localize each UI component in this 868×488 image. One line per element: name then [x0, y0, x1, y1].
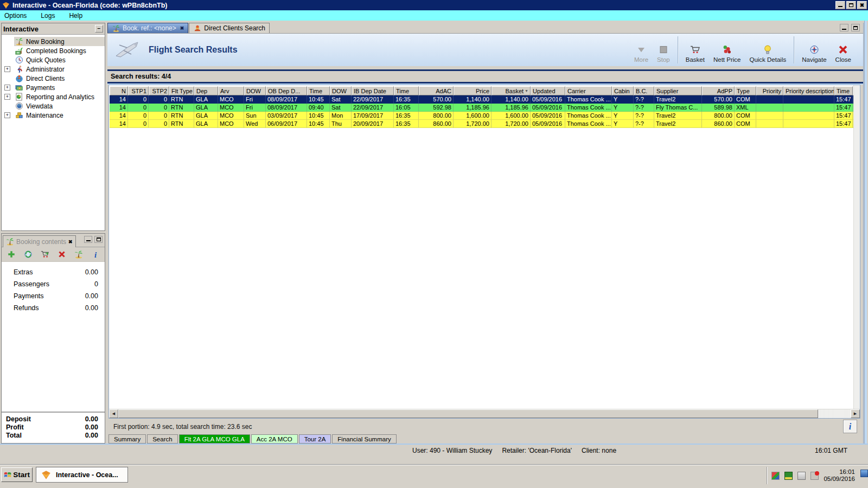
- expand-plus-icon[interactable]: +: [4, 85, 10, 91]
- column-header-adac[interactable]: AdAC: [419, 86, 454, 95]
- palm-tree-button[interactable]: [73, 249, 84, 260]
- info-button[interactable]: i: [90, 249, 101, 260]
- collapse-panel-button[interactable]: −: [95, 25, 103, 33]
- column-header-dep[interactable]: Dep: [194, 86, 218, 95]
- panel-maximize-button[interactable]: [94, 236, 103, 243]
- close-panel-tab-icon[interactable]: ✖: [68, 239, 73, 245]
- panel-minimize-button[interactable]: [84, 236, 92, 243]
- result-row[interactable]: 1400RTNGLAMCOFri08/09/201709:40Sat22/09/…: [110, 104, 859, 112]
- result-row[interactable]: 1400RTNGLAMCOFri08/09/201710:45Sat22/09/…: [110, 95, 859, 104]
- column-header-type[interactable]: Type: [735, 86, 756, 95]
- expand-plus-icon[interactable]: +: [4, 66, 10, 72]
- basket-button[interactable]: Basket: [681, 36, 709, 63]
- sidebar-item-new-booking[interactable]: New Booking: [2, 37, 105, 46]
- volume-muted-tray-icon[interactable]: [810, 472, 819, 480]
- bottom-tab-flt-2a-gla-mco-gla[interactable]: Flt 2A GLA MCO GLA: [179, 434, 250, 444]
- column-header-basket[interactable]: Basket▼: [492, 86, 531, 95]
- column-header-stp2[interactable]: STP2: [149, 86, 169, 95]
- refresh-button[interactable]: [23, 249, 34, 260]
- column-header-carrier[interactable]: Carrier: [565, 86, 612, 95]
- bottom-tab-financial-summary[interactable]: Financial Summary: [332, 434, 396, 444]
- navigate-button[interactable]: Navigate: [797, 36, 831, 63]
- column-header-flt-type[interactable]: Flt Type: [169, 86, 194, 95]
- sidebar-item-direct-clients[interactable]: Direct Clients: [2, 74, 105, 83]
- network-tray-icon[interactable]: [784, 472, 793, 480]
- expand-plus-icon[interactable]: +: [4, 112, 10, 118]
- menu-logs[interactable]: Logs: [41, 12, 55, 20]
- column-header-time[interactable]: Time: [394, 86, 419, 95]
- scrollbar-thumb[interactable]: [118, 409, 818, 418]
- bottom-tab-summary[interactable]: Summary: [108, 434, 146, 444]
- table-cell: MCO: [218, 112, 244, 120]
- table-cell: 860.00: [419, 120, 454, 128]
- expand-plus-icon[interactable]: +: [4, 94, 10, 100]
- column-header-b-c[interactable]: B.C.: [634, 86, 654, 95]
- column-header-priority-description[interactable]: Priority description: [783, 86, 834, 95]
- mdi-minimize-button[interactable]: [840, 24, 848, 31]
- sidebar-item-payments[interactable]: +Payments: [2, 83, 105, 92]
- close-button[interactable]: Close: [831, 36, 856, 63]
- column-header-ib-dep-date[interactable]: IB Dep Date: [352, 86, 394, 95]
- sidebar-item-quick-quotes[interactable]: Quick Quotes: [2, 55, 105, 65]
- table-cell: [783, 112, 834, 120]
- column-header-label: Supplier: [656, 88, 678, 94]
- app-window: Interactive - Ocean-Florida (code: wPBn8…: [0, 0, 868, 488]
- hardware-tray-icon[interactable]: [797, 472, 806, 480]
- taskbar-app-button[interactable]: Interactive - Ocea...: [36, 467, 128, 483]
- tab-close-icon[interactable]: ✖: [180, 25, 184, 31]
- column-header-dow[interactable]: DOW: [330, 86, 352, 95]
- menu-options[interactable]: Options: [4, 12, 27, 20]
- column-header-arv[interactable]: Arv: [218, 86, 244, 95]
- bottom-tab-search[interactable]: Search: [147, 434, 177, 444]
- minimize-button[interactable]: [835, 1, 845, 9]
- menu-help[interactable]: Help: [69, 12, 82, 20]
- tab-book-ref[interactable]: Book. ref.: <none> ✖: [107, 23, 188, 33]
- column-header-n[interactable]: N: [110, 86, 128, 95]
- result-row[interactable]: 1400RTNGLAMCOWed06/09/201710:45Thu20/09/…: [110, 120, 859, 128]
- search-status-line: First portion: 4.9 sec, total search tim…: [108, 419, 860, 434]
- scroll-left-arrow[interactable]: ◀: [109, 409, 118, 418]
- add-button[interactable]: [6, 249, 17, 260]
- info-button[interactable]: i: [843, 420, 857, 433]
- cart-button[interactable]: [40, 249, 50, 260]
- sidebar-item-reporting-and-analytics[interactable]: +Reporting and Analytics: [2, 92, 105, 101]
- horizontal-scrollbar[interactable]: ◀ ▶: [109, 409, 860, 418]
- booking-footer-row: Profit0.00: [6, 423, 98, 432]
- sidebar-item-administrator[interactable]: +Administrator: [2, 65, 105, 74]
- column-header-dow[interactable]: DOW: [244, 86, 266, 95]
- column-header-supplier[interactable]: Supplier: [654, 86, 702, 95]
- column-header-priority[interactable]: Priority: [756, 86, 783, 95]
- bottom-tab-tour-2a[interactable]: Tour 2A: [299, 434, 331, 444]
- mdi-maximize-button[interactable]: [851, 24, 860, 31]
- close-button[interactable]: ✖: [857, 1, 867, 9]
- column-header-time[interactable]: Time: [307, 86, 330, 95]
- start-button[interactable]: Start: [1, 467, 33, 482]
- column-header-cabin[interactable]: Cabin: [612, 86, 634, 95]
- vertical-scrollbar[interactable]: [853, 85, 860, 409]
- toolbar-button-label: Nett Price: [713, 56, 741, 63]
- show-desktop-icon[interactable]: [860, 470, 868, 477]
- antivirus-tray-icon[interactable]: [771, 472, 780, 480]
- result-row[interactable]: 1400RTNGLAMCOSun03/09/201710:45Mon17/09/…: [110, 112, 859, 120]
- column-header-price[interactable]: Price: [454, 86, 492, 95]
- quick-details-button[interactable]: Quick Details: [745, 36, 790, 63]
- column-header-adpp[interactable]: AdPP: [702, 86, 735, 95]
- more-button[interactable]: More: [630, 36, 653, 63]
- sidebar-item-maintenance[interactable]: +Maintenance: [2, 111, 105, 120]
- restore-button[interactable]: [846, 1, 856, 9]
- column-header-stp1[interactable]: STP1: [128, 86, 149, 95]
- column-header-time[interactable]: Time: [834, 86, 853, 95]
- scroll-right-arrow[interactable]: ▶: [851, 409, 860, 418]
- column-header-updated[interactable]: Updated: [531, 86, 565, 95]
- sidebar-item-completed-bookings[interactable]: Completed Bookings: [2, 46, 105, 55]
- stop-button[interactable]: Stop: [653, 36, 674, 63]
- nett-price-button[interactable]: Nett Price: [709, 36, 745, 63]
- booking-contents-tab[interactable]: Booking contents ✖: [3, 235, 76, 247]
- booking-row-value: 0.00: [85, 268, 98, 276]
- tab-direct-clients-search[interactable]: Direct Clients Search: [189, 23, 270, 33]
- sidebar-item-viewdata[interactable]: Viewdata: [2, 101, 105, 111]
- bottom-tab-acc-2a-mco[interactable]: Acc 2A MCO: [251, 434, 298, 444]
- column-header-ob-dep-d[interactable]: OB Dep D...: [266, 86, 307, 95]
- delete-button[interactable]: [56, 249, 67, 260]
- table-cell: 08/09/2017: [266, 95, 307, 104]
